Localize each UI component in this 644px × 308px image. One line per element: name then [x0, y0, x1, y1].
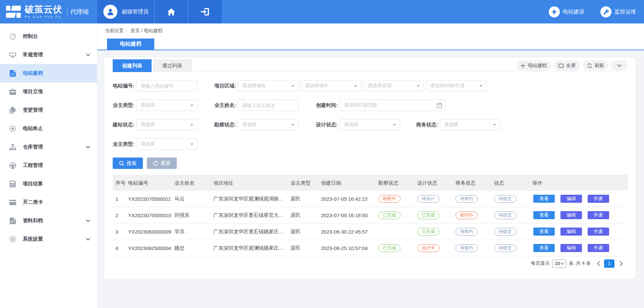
- refresh-icon: [587, 63, 592, 68]
- cell-owner-type: 居民: [288, 229, 318, 235]
- brand-portal-label: 代理端: [70, 8, 89, 16]
- brand-text: 破茧云伏 Po Jian Yun Fu: [25, 5, 62, 18]
- cell-created: 2023-06-30 22:45:57: [318, 229, 376, 235]
- edit-button[interactable]: 编辑: [560, 195, 582, 203]
- sidebar-item-change-mgmt[interactable]: 变更管理: [0, 101, 97, 119]
- void-button[interactable]: 作废: [588, 228, 609, 236]
- lightning-icon: [549, 6, 560, 17]
- next-page-button[interactable]: [620, 261, 623, 266]
- module-station-build-label: 电站建设: [563, 8, 584, 15]
- station-code-input[interactable]: [136, 80, 198, 91]
- copy-icon: [9, 107, 16, 114]
- col-header-business: 商务状态: [453, 180, 491, 186]
- void-button[interactable]: 作废: [588, 244, 609, 252]
- reset-button[interactable]: 重置: [147, 158, 177, 169]
- cell-owner-name: 学员: [172, 229, 211, 235]
- refresh-button[interactable]: 刷新: [583, 60, 608, 71]
- home-button[interactable]: [155, 0, 188, 23]
- view-button[interactable]: 查看: [533, 195, 555, 203]
- cell-owner-type: 居民: [288, 212, 318, 219]
- chevron-right-icon: [620, 261, 623, 266]
- status-badge: 已完成: [417, 228, 439, 236]
- sidebar-item-general-mgmt[interactable]: 常规管理: [0, 46, 97, 64]
- sidebar-item-station-termination[interactable]: 电站终止: [0, 119, 97, 138]
- tab-create-list[interactable]: 创建列表: [113, 59, 152, 72]
- module-station-build[interactable]: 电站建设: [549, 6, 584, 17]
- province-select[interactable]: 请选择省份: [238, 80, 299, 91]
- brand-title: 破茧云伏: [25, 5, 62, 14]
- briefcase-icon: [9, 88, 16, 95]
- search-button[interactable]: 搜索: [113, 158, 143, 169]
- sidebar: 控制台 常规管理 电站建档 项目立项: [0, 23, 97, 308]
- cell-design: 已完成: [415, 228, 453, 236]
- owner-type2-select[interactable]: 请选择: [136, 138, 198, 150]
- county-select[interactable]: 请选择县/区: [363, 80, 424, 91]
- view-button[interactable]: 查看: [533, 228, 555, 236]
- city-select[interactable]: 请选择城市: [301, 80, 361, 91]
- chevron-left-icon: [597, 261, 600, 266]
- cell-survey: 已完成: [376, 211, 415, 219]
- col-header-owner-type: 业主类型: [288, 180, 318, 186]
- design-status-select[interactable]: 请选择: [340, 119, 400, 130]
- cell-owner-name: 姚忠: [172, 245, 211, 251]
- topbar-right: 电站建设 监控运维: [549, 0, 644, 23]
- user-menu[interactable]: 超级管理员: [97, 0, 155, 23]
- create-station-button[interactable]: 电站建档: [516, 60, 551, 71]
- edit-button[interactable]: 编辑: [560, 244, 582, 252]
- edit-button[interactable]: 编辑: [560, 228, 582, 236]
- sidebar-item-project-settlement[interactable]: 项目结算: [0, 175, 97, 193]
- sidebar-item-system-settings[interactable]: 系统设置: [0, 230, 97, 248]
- build-status-select[interactable]: 请选择: [136, 119, 198, 130]
- cell-index: 4: [113, 245, 125, 251]
- home-icon: [167, 8, 175, 15]
- cell-created: 2023-06-25 10:57:04: [318, 245, 376, 251]
- prev-page-button[interactable]: [597, 261, 600, 266]
- cell-station-code: YX2023070500011: [125, 196, 172, 202]
- sidebar-item-label: 控制台: [23, 33, 38, 40]
- edit-button[interactable]: 编辑: [560, 211, 582, 219]
- sidebar-item-engineering-mgmt[interactable]: 工程管理: [0, 156, 97, 175]
- sidebar-item-open-type2-card[interactable]: 开二类卡: [0, 193, 97, 211]
- breadcrumb-path[interactable]: 首页 / 电站建档: [130, 28, 163, 33]
- status-badge: 待签约: [455, 228, 478, 236]
- view-button[interactable]: 查看: [533, 244, 555, 252]
- logout-button[interactable]: [188, 0, 222, 23]
- cell-station-code: YX2023062500004: [125, 245, 172, 251]
- view-button[interactable]: 查看: [533, 211, 555, 219]
- sidebar-item-project-initiation[interactable]: 项目立项: [0, 82, 97, 101]
- sidebar-item-console[interactable]: 控制台: [0, 27, 97, 46]
- date-range-input[interactable]: 请选择日期范围: [340, 100, 446, 111]
- fullscreen-button[interactable]: 全屏: [554, 60, 580, 71]
- sidebar-item-label: 变更管理: [23, 107, 43, 113]
- col-header-actions: 操作: [530, 180, 628, 186]
- owner-name-input[interactable]: [238, 100, 299, 111]
- collapse-button[interactable]: [611, 60, 627, 71]
- filter-row-2: 业主类型: 请选择 业主姓名: 创建时间: 请选择日期范围: [113, 100, 627, 111]
- filter-label-design-status: 设计状态:: [316, 122, 340, 128]
- biz-status-select[interactable]: 请选择: [440, 119, 500, 130]
- page-tab-station-archive[interactable]: 电站建档: [107, 39, 154, 50]
- sidebar-item-warehouse-mgmt[interactable]: 仓库管理: [0, 138, 97, 156]
- wheel-icon: [9, 162, 16, 169]
- document-icon: [9, 70, 16, 77]
- survey-status-select[interactable]: 请选择: [238, 119, 299, 130]
- brand-divider: [67, 7, 67, 16]
- owner-type-select[interactable]: 请选择: [136, 100, 198, 111]
- void-button[interactable]: 作废: [588, 211, 609, 219]
- cell-station-code: YX2023070500010: [125, 212, 172, 218]
- void-button[interactable]: 作废: [588, 195, 609, 203]
- filter-label-station-code: 电站编号:: [113, 83, 136, 89]
- col-header-survey: 勘察状态: [376, 180, 415, 186]
- per-page-select[interactable]: 10: [552, 259, 566, 268]
- current-page[interactable]: 1: [604, 259, 614, 268]
- module-monitor-ops[interactable]: 监控运维: [600, 6, 636, 17]
- reset-icon: [153, 161, 158, 166]
- col-header-created: 创建日期: [318, 180, 376, 186]
- sidebar-item-station-archive[interactable]: 电站建档: [0, 64, 97, 82]
- town-select[interactable]: 请选择村镇/街道: [426, 80, 487, 91]
- user-name: 超级管理员: [122, 8, 149, 15]
- sidebar-item-label: 仓库管理: [23, 144, 43, 150]
- tab-passed-list[interactable]: 通过列表: [153, 59, 192, 72]
- calendar-icon: [437, 103, 442, 109]
- sidebar-item-data-archive[interactable]: 资料归档: [0, 211, 97, 230]
